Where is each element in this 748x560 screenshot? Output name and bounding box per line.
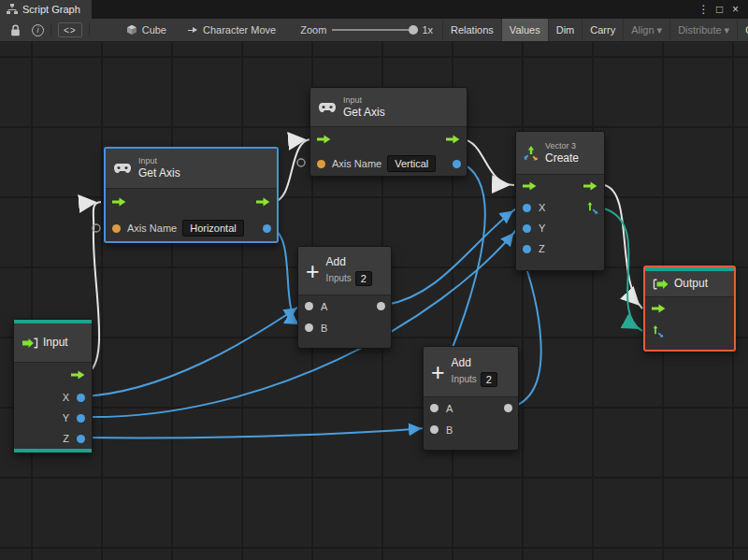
tab-label: Script Graph: [22, 4, 80, 15]
node-add-bottom[interactable]: + Add Inputs 2 A B: [423, 346, 519, 451]
node-title: Add: [452, 356, 497, 369]
relations-button[interactable]: Relations: [442, 19, 501, 42]
align-label: Align: [631, 24, 654, 36]
node-get-axis-vertical[interactable]: Input Get Axis Axis Name Vertical: [309, 87, 468, 177]
character-move-breadcrumb[interactable]: Character Move: [187, 24, 276, 36]
vector3-icon: [524, 146, 539, 161]
vector-result-port[interactable]: [586, 202, 598, 214]
port-b[interactable]: [430, 425, 439, 434]
graph-asset-icon: [187, 24, 198, 36]
node-title: Get Axis: [138, 166, 180, 179]
wire-input-x-to-add-top-a[interactable]: [82, 306, 300, 396]
flow-in-port[interactable]: [112, 197, 126, 207]
wire-flow-vector3-to-output[interactable]: [604, 185, 642, 309]
node-category: Input: [138, 156, 180, 166]
axis-name-port[interactable]: [112, 224, 121, 233]
axis-name-value[interactable]: Vertical: [387, 155, 436, 172]
plus-icon: +: [306, 261, 320, 281]
maximize-icon[interactable]: □: [712, 3, 726, 16]
plus-icon: +: [431, 362, 445, 382]
port-x[interactable]: [523, 204, 531, 212]
close-icon[interactable]: ×: [728, 3, 742, 16]
node-title: Add: [326, 255, 372, 268]
cube-icon: [126, 24, 137, 36]
overview-button[interactable]: Overv: [737, 19, 748, 42]
axis-name-port[interactable]: [317, 160, 325, 168]
port-a-label: A: [321, 301, 327, 312]
event-accent-bottom: [14, 449, 92, 452]
port-a[interactable]: [305, 302, 313, 310]
port-x-label: X: [539, 202, 545, 213]
output-event-icon: [653, 279, 669, 290]
chevron-down-icon: ▾: [725, 24, 730, 36]
tab-script-graph[interactable]: Script Graph: [0, 0, 92, 19]
result-port[interactable]: [453, 160, 461, 168]
carry-button[interactable]: Carry: [582, 19, 623, 42]
menu-icon[interactable]: ⋮: [697, 3, 711, 16]
input-event-icon: [22, 337, 38, 349]
port-b-label: B: [321, 323, 327, 334]
port-y[interactable]: [77, 414, 85, 423]
separator: [89, 23, 90, 36]
wire-flow-getaxis-horizontal-to-getaxis-vertical[interactable]: [273, 139, 310, 202]
param-label: Axis Name: [127, 223, 177, 234]
port-z-label: Z: [539, 243, 545, 254]
character-move-label: Character Move: [203, 24, 276, 36]
zoom-slider[interactable]: [332, 29, 418, 31]
flow-in-port[interactable]: [652, 304, 666, 313]
code-view-icon[interactable]: <>: [58, 22, 82, 37]
vector-value-port[interactable]: [652, 325, 664, 337]
lock-icon[interactable]: [7, 24, 23, 36]
cube-label: Cube: [142, 24, 166, 36]
node-title: Output: [674, 277, 708, 290]
gamepad-icon: [318, 102, 337, 113]
info-icon[interactable]: i: [32, 24, 44, 36]
port-z[interactable]: [523, 245, 531, 253]
node-category: Input: [343, 95, 385, 106]
wire-flow-getaxis-vertical-to-vector3[interactable]: [462, 139, 514, 185]
flow-out-port[interactable]: [71, 370, 85, 380]
align-dropdown[interactable]: Align ▾: [623, 19, 669, 42]
distribute-dropdown[interactable]: Distribute ▾: [669, 19, 737, 42]
flow-in-port[interactable]: [317, 135, 331, 144]
port-x[interactable]: [77, 394, 85, 402]
port-z-label: Z: [63, 433, 69, 444]
node-output-event[interactable]: Output: [643, 266, 736, 352]
flow-out-port[interactable]: [446, 135, 460, 144]
port-y[interactable]: [523, 224, 531, 233]
axis-name-value[interactable]: Horizontal: [182, 220, 244, 237]
zoom-slider-handle[interactable]: [409, 25, 418, 35]
node-input-event[interactable]: Input X Y Z: [13, 319, 93, 453]
node-add-top[interactable]: + Add Inputs 2 A B: [297, 246, 392, 349]
param-label: Axis Name: [332, 158, 381, 169]
port-z[interactable]: [77, 435, 85, 443]
flow-out-port[interactable]: [256, 197, 270, 207]
wire-input-z-to-add-bottom-b[interactable]: [82, 428, 425, 438]
tab-bar: Script Graph ⋮ □ ×: [0, 0, 748, 19]
result-port[interactable]: [263, 224, 271, 233]
port-y-label: Y: [63, 412, 69, 424]
node-title: Get Axis: [343, 106, 385, 119]
gamepad-icon: [113, 163, 132, 174]
chevron-down-icon: ▾: [657, 24, 663, 36]
node-vector3-create[interactable]: Vector 3 Create X Y Z: [515, 131, 605, 271]
dim-button[interactable]: Dim: [548, 19, 583, 42]
zoom-label: Zoom: [300, 24, 326, 36]
sum-port[interactable]: [377, 302, 385, 310]
graph-toolbar: i <> Cube Character Move Zoom 1x Relatio…: [0, 19, 748, 42]
port-b[interactable]: [305, 323, 313, 332]
node-get-axis-horizontal[interactable]: Input Get Axis Axis Name Horizontal: [104, 147, 279, 243]
inputs-count-value[interactable]: 2: [481, 372, 497, 387]
port-a[interactable]: [430, 404, 439, 412]
flow-out-port[interactable]: [583, 181, 597, 191]
port-y-label: Y: [539, 223, 545, 234]
values-button[interactable]: Values: [501, 19, 548, 42]
cube-breadcrumb[interactable]: Cube: [126, 24, 166, 36]
flow-in-port[interactable]: [523, 181, 537, 191]
unconnected-port[interactable]: [297, 159, 305, 166]
separator: [50, 23, 51, 36]
script-graph-icon: [7, 4, 18, 15]
port-a-label: A: [446, 403, 453, 414]
inputs-count-value[interactable]: 2: [355, 271, 372, 286]
sum-port[interactable]: [504, 404, 512, 412]
